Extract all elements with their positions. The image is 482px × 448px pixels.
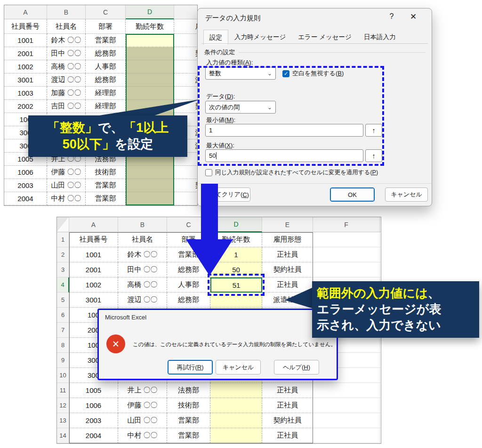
ok-button[interactable]: OK bbox=[330, 187, 375, 202]
min-input[interactable]: 1 bbox=[205, 124, 363, 137]
help-icon[interactable]: ? bbox=[386, 12, 397, 21]
cell[interactable]: 渡辺 〇〇 bbox=[118, 293, 167, 308]
cell[interactable] bbox=[313, 398, 380, 413]
cell[interactable]: 伊藤 〇〇 bbox=[47, 166, 86, 179]
row-number[interactable]: 2 bbox=[57, 247, 69, 262]
row-number[interactable]: 14 bbox=[57, 428, 69, 443]
cell[interactable]: 1006 bbox=[69, 398, 118, 413]
cell[interactable]: 正社員 bbox=[174, 87, 198, 100]
cell[interactable]: 技術部 bbox=[86, 166, 126, 179]
row-number[interactable]: 7 bbox=[57, 323, 69, 338]
cell[interactable]: 2003 bbox=[69, 413, 118, 428]
cell[interactable] bbox=[380, 353, 381, 368]
ignore-blank-checkbox[interactable]: ✓ bbox=[282, 70, 289, 77]
cell[interactable]: 総務部 bbox=[86, 47, 126, 60]
cell[interactable]: 経理部 bbox=[86, 87, 126, 100]
cell[interactable]: 営業部 bbox=[86, 179, 126, 192]
cell[interactable]: 51 bbox=[210, 277, 262, 293]
cell[interactable] bbox=[380, 262, 381, 277]
header-cell[interactable]: 雇用形態 bbox=[174, 19, 198, 34]
column-letter[interactable]: D bbox=[210, 217, 262, 232]
cell[interactable] bbox=[126, 60, 174, 73]
cell[interactable]: 1005 bbox=[69, 383, 118, 398]
cell[interactable]: 2004 bbox=[69, 428, 118, 443]
row-number[interactable]: 3 bbox=[57, 262, 69, 277]
data-select[interactable]: 次の値の間 ⌄ bbox=[205, 101, 276, 114]
cell[interactable]: 1003 bbox=[4, 87, 47, 100]
cell[interactable] bbox=[380, 398, 381, 413]
column-letter[interactable]: C bbox=[86, 5, 126, 19]
cell[interactable]: 営業部 bbox=[86, 192, 126, 205]
cell[interactable]: 総務部 bbox=[167, 293, 210, 308]
cell[interactable] bbox=[313, 262, 380, 277]
retry-button[interactable]: 再試行(R) bbox=[168, 360, 213, 375]
cancel-button[interactable]: キャンセル bbox=[216, 360, 261, 375]
row-number[interactable]: 4 bbox=[57, 277, 69, 293]
column-letter[interactable]: E bbox=[262, 217, 313, 232]
row-number[interactable]: 11 bbox=[57, 383, 69, 398]
close-icon[interactable]: ✕ bbox=[408, 12, 419, 22]
cell[interactable]: 加藤 〇〇 bbox=[47, 87, 86, 100]
header-cell[interactable]: 社員番号 bbox=[69, 232, 118, 247]
column-letter[interactable]: A bbox=[69, 217, 118, 232]
cell[interactable]: 1002 bbox=[4, 60, 47, 73]
cell[interactable] bbox=[210, 293, 262, 308]
cell[interactable]: 渡辺 〇〇 bbox=[47, 73, 86, 87]
cell[interactable] bbox=[210, 383, 262, 398]
row-number[interactable]: 13 bbox=[57, 413, 69, 428]
cell[interactable]: 鈴木 〇〇 bbox=[118, 247, 167, 262]
column-letter[interactable]: E bbox=[174, 5, 198, 19]
header-cell[interactable]: 雇用形態 bbox=[262, 232, 313, 247]
cell[interactable]: 正社員 bbox=[262, 247, 313, 262]
cell[interactable] bbox=[126, 34, 174, 47]
cell[interactable]: 3001 bbox=[4, 73, 47, 87]
help-button[interactable]: ヘルプ(H) bbox=[274, 360, 319, 375]
column-letter[interactable]: B bbox=[118, 217, 167, 232]
cell[interactable]: 契約社員 bbox=[262, 413, 313, 428]
cell[interactable] bbox=[380, 232, 381, 247]
cell[interactable]: 50 bbox=[210, 262, 262, 277]
cell[interactable] bbox=[380, 338, 381, 353]
header-cell[interactable]: 勤続年数 bbox=[126, 19, 174, 34]
type-select[interactable]: 整数 ⌄ bbox=[205, 67, 276, 80]
cell[interactable]: 吉田 〇〇 bbox=[47, 100, 86, 113]
cell[interactable] bbox=[126, 192, 174, 205]
cell[interactable] bbox=[380, 247, 381, 262]
cell[interactable]: 営業部 bbox=[167, 413, 210, 428]
cell[interactable]: 2001 bbox=[69, 262, 118, 277]
cell[interactable] bbox=[313, 247, 380, 262]
cell[interactable]: 2003 bbox=[4, 179, 47, 192]
cell[interactable]: 正社員 bbox=[262, 428, 313, 443]
tab-japanese-input[interactable]: 日本語入力 bbox=[358, 29, 402, 44]
cell[interactable]: 鈴木 〇〇 bbox=[47, 34, 86, 47]
tab-error-message[interactable]: エラー メッセージ bbox=[292, 29, 358, 44]
row-number[interactable]: 12 bbox=[57, 398, 69, 413]
cell[interactable]: 契約社員 bbox=[174, 179, 198, 192]
cell[interactable]: 田中 〇〇 bbox=[47, 47, 86, 60]
cell[interactable]: 高橋 〇〇 bbox=[118, 277, 167, 293]
cell[interactable]: 高橋 〇〇 bbox=[47, 60, 86, 73]
cell[interactable]: 人事部 bbox=[86, 60, 126, 73]
cell[interactable] bbox=[380, 413, 381, 428]
cell[interactable] bbox=[210, 428, 262, 443]
column-letter[interactable]: F bbox=[313, 217, 380, 232]
cell[interactable]: 山田 〇〇 bbox=[118, 413, 167, 428]
collapse-dialog-icon[interactable]: ↑ bbox=[365, 124, 382, 137]
cell[interactable]: 伊藤 〇〇 bbox=[118, 398, 167, 413]
cell[interactable] bbox=[210, 398, 262, 413]
column-letter[interactable]: B bbox=[47, 5, 86, 19]
cell[interactable]: 中村 〇〇 bbox=[47, 192, 86, 205]
cell[interactable]: 2002 bbox=[4, 100, 47, 113]
column-letter[interactable]: G bbox=[380, 217, 381, 232]
cell[interactable] bbox=[313, 428, 380, 443]
cancel-button[interactable]: キャンセル bbox=[385, 187, 428, 202]
cell[interactable]: 2004 bbox=[4, 192, 47, 205]
cell[interactable] bbox=[126, 87, 174, 100]
column-letter[interactable]: D bbox=[126, 5, 174, 19]
cell[interactable]: 正社員 bbox=[174, 166, 198, 179]
row-number[interactable]: 1 bbox=[57, 232, 69, 247]
row-number[interactable]: 6 bbox=[57, 308, 69, 323]
cell[interactable]: 人事部 bbox=[167, 277, 210, 293]
cell[interactable]: 法務部 bbox=[167, 383, 210, 398]
cell[interactable] bbox=[380, 383, 381, 398]
